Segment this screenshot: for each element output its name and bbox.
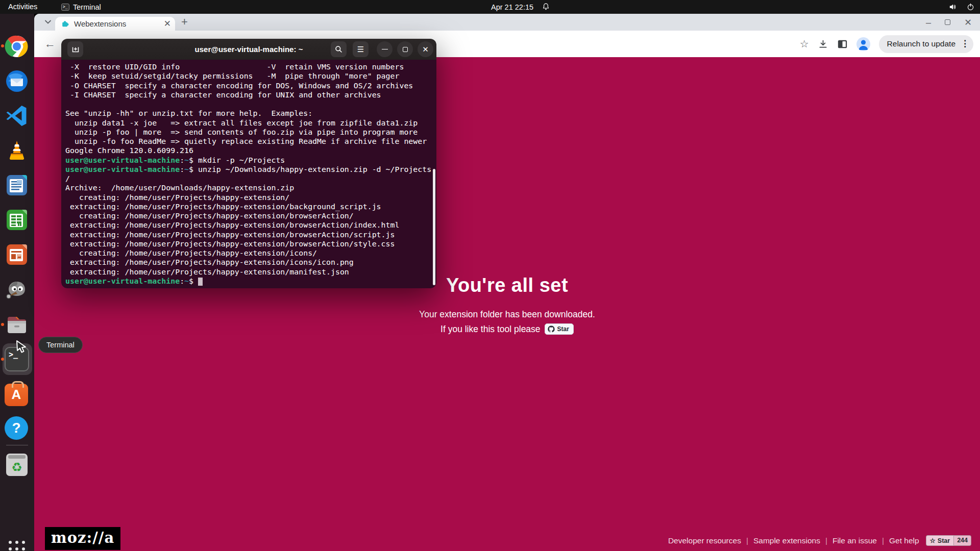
terminal-line: extracting: /home/user/Projects/happy-ex… — [65, 230, 436, 239]
system-status-area[interactable] — [948, 0, 975, 14]
terminal-line: user@user-virtual-machine:~$ — [65, 277, 436, 286]
bell-icon[interactable] — [542, 3, 550, 11]
terminal-line: / — [65, 174, 436, 183]
footer-link[interactable]: Get help — [889, 536, 919, 545]
chrome-icon — [5, 34, 29, 59]
github-star-widget[interactable]: ☆ Star 244 — [926, 535, 971, 546]
terminal-line: creating: /home/user/Projects/happy-exte… — [65, 248, 436, 258]
files-icon — [5, 313, 29, 337]
vscode-icon — [5, 104, 29, 128]
terminal-line: user@user-virtual-machine:~$ unzip ~/Dow… — [65, 165, 436, 174]
new-tab-button[interactable]: + — [181, 15, 188, 29]
trash-icon: ♻ — [6, 454, 28, 476]
activities-button[interactable]: Activities — [8, 0, 37, 14]
close-icon: ✕ — [422, 45, 429, 53]
footer-link[interactable]: Sample extensions — [753, 536, 820, 545]
bookmark-star-icon[interactable]: ☆ — [800, 38, 809, 50]
terminal-line: creating: /home/user/Projects/happy-exte… — [65, 211, 436, 220]
terminal-window: user@user-virtual-machine: ~ ☰ ✕ -X rest… — [61, 39, 436, 288]
dock-item-show-applications[interactable] — [5, 537, 29, 551]
dock-item-libreoffice-writer[interactable] — [5, 173, 29, 197]
terminal-line: creating: /home/user/Projects/happy-exte… — [65, 193, 436, 202]
footer-separator: | — [825, 536, 827, 545]
focused-app-label: Terminal — [73, 3, 101, 11]
dock-item-files[interactable] — [5, 313, 29, 337]
dock-item-trash[interactable]: ♻ — [5, 453, 29, 477]
gimp-icon — [5, 276, 29, 300]
terminal-close-button[interactable]: ✕ — [418, 41, 433, 57]
footer-link[interactable]: File an issue — [832, 536, 877, 545]
search-icon — [335, 45, 342, 53]
sidebar-icon[interactable] — [837, 39, 848, 49]
gnome-top-bar: Activities >_ Terminal Apr 21 22:15 — [0, 0, 980, 14]
minimize-icon — [382, 49, 388, 49]
page-subtitle: Your extension folder has been downloade… — [34, 309, 980, 320]
dock-item-help[interactable]: ? — [5, 416, 29, 441]
dock-item-gimp[interactable] — [5, 276, 29, 300]
help-icon: ? — [5, 416, 28, 440]
github-star-label: Star — [557, 325, 569, 333]
terminal-line: user@user-virtual-machine:~$ mkdir -p ~/… — [65, 156, 436, 165]
github-star-badge[interactable]: ☆ Star — [926, 535, 954, 546]
terminal-line: -I CHARSET specify a character encoding … — [65, 90, 436, 99]
running-indicator — [1, 358, 4, 361]
footer-separator: | — [746, 536, 748, 545]
profile-avatar[interactable] — [856, 37, 870, 51]
mouse-cursor — [15, 340, 29, 354]
github-icon — [548, 325, 555, 333]
terminal-search-button[interactable] — [331, 41, 347, 57]
running-indicator — [1, 323, 4, 326]
power-icon — [966, 3, 975, 11]
terminal-titlebar[interactable]: user@user-virtual-machine: ~ ☰ ✕ — [61, 39, 436, 60]
terminal-line: extracting: /home/user/Projects/happy-ex… — [65, 267, 436, 277]
relaunch-label: Relaunch to update — [887, 39, 955, 48]
footer-separator: | — [882, 536, 884, 545]
terminal-line: -O CHARSET specify a character encoding … — [65, 81, 436, 90]
software-icon: A — [5, 384, 28, 406]
github-star-count: 244 — [954, 535, 971, 546]
terminal-line: unzip data1 -x joe => extract all files … — [65, 118, 436, 128]
dock-item-thunderbird[interactable] — [5, 69, 29, 93]
dock-item-ubuntu-software[interactable]: A — [5, 382, 29, 406]
github-star-badge-label: Star — [938, 537, 950, 544]
terminal-line: -K keep setuid/setgid/tacky permissions … — [65, 71, 436, 81]
dock-item-vlc[interactable] — [5, 138, 29, 163]
kebab-menu-icon[interactable]: ⋮ — [961, 40, 969, 47]
tab-webextensions[interactable]: Webextensions ✕ — [55, 17, 175, 31]
dock-tooltip: Terminal — [38, 337, 83, 353]
terminal-minimize-button[interactable] — [377, 41, 393, 57]
maximize-icon — [403, 47, 408, 52]
mozilla-logo[interactable]: moz://a — [45, 527, 120, 550]
github-star-button[interactable]: Star — [545, 323, 574, 335]
window-close-icon[interactable]: ✕ — [964, 17, 972, 28]
volume-icon — [948, 3, 957, 11]
focused-app-menu[interactable]: >_ Terminal — [61, 0, 101, 14]
tab-search-chevron-icon[interactable] — [44, 18, 52, 26]
terminal-line: extracting: /home/user/Projects/happy-ex… — [65, 202, 436, 211]
relaunch-to-update-button[interactable]: Relaunch to update ⋮ — [879, 35, 973, 53]
dock-item-libreoffice-impress[interactable] — [5, 242, 29, 267]
terminal-line: Google Chrome 120.0.6099.216 — [65, 146, 436, 155]
terminal-line: extracting: /home/user/Projects/happy-ex… — [65, 220, 436, 230]
tab-close-icon[interactable]: ✕ — [164, 19, 171, 28]
puzzle-favicon — [61, 19, 69, 28]
terminal-output[interactable]: -X restore UID/GID info -V retain VMS ve… — [61, 60, 436, 288]
dock-item-libreoffice-calc[interactable] — [5, 208, 29, 232]
back-icon[interactable]: ← — [44, 37, 56, 51]
terminal-line: See "unzip -hh" or unzip.txt for more he… — [65, 109, 436, 118]
terminal-line: Archive: /home/user/Downloads/happy-exte… — [65, 183, 436, 192]
footer-link[interactable]: Developer resources — [668, 536, 741, 545]
terminal-line: extracting: /home/user/Projects/happy-ex… — [65, 258, 436, 267]
download-icon[interactable] — [818, 39, 828, 49]
dock-divider — [6, 445, 28, 445]
terminal-scrollbar[interactable] — [433, 169, 435, 285]
terminal-maximize-button[interactable] — [397, 41, 413, 57]
dock-item-chrome[interactable] — [5, 34, 29, 59]
clock[interactable]: Apr 21 22:15 — [491, 3, 533, 11]
terminal-line — [65, 99, 436, 109]
terminal-menu-button[interactable]: ☰ — [353, 41, 369, 57]
dock-item-vscode[interactable] — [5, 104, 29, 128]
window-minimize-icon[interactable]: – — [926, 20, 931, 25]
window-maximize-icon[interactable] — [945, 19, 950, 25]
terminal-mini-icon: >_ — [61, 4, 69, 11]
